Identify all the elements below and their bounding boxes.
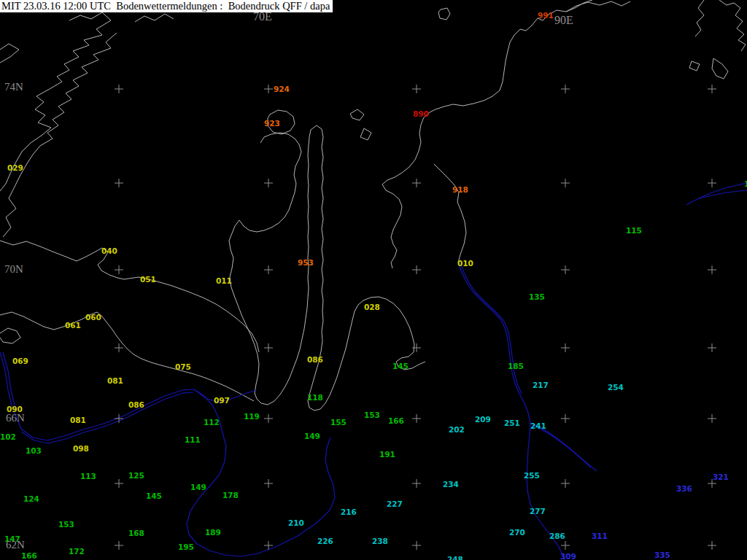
station-value: 135: [529, 293, 545, 301]
station-value: 081: [70, 416, 86, 424]
station-value: 991: [538, 12, 554, 20]
river-path: [0, 352, 335, 556]
station-value: 102: [0, 433, 16, 441]
station-value: 086: [307, 356, 323, 364]
station-value: 953: [298, 259, 314, 267]
station-value: 125: [128, 472, 144, 480]
river-path: [686, 183, 747, 205]
station-value: 277: [530, 508, 546, 516]
station-value: 155: [330, 419, 347, 427]
station-value: 248: [447, 556, 463, 560]
grid-crosses: [115, 85, 716, 550]
station-value: 119: [244, 413, 260, 421]
coastline-path: [438, 8, 450, 20]
coastline-path: [712, 58, 728, 79]
station-value: 202: [449, 426, 465, 434]
station-value: 209: [475, 416, 491, 424]
station-value: 086: [128, 401, 144, 409]
station-value: 145: [146, 492, 162, 500]
station-value: 217: [533, 381, 549, 389]
coastline-path: [695, 0, 704, 36]
station-value: 153: [58, 521, 74, 529]
station-value: 103: [26, 447, 42, 455]
station-value: 286: [549, 532, 565, 540]
station-value: 255: [524, 472, 540, 480]
station-value: 040: [101, 247, 117, 255]
coastline-path: [229, 130, 311, 405]
coastline-path: [3, 33, 117, 237]
geo-label-70e: 70E: [253, 11, 272, 22]
station-value: 111: [185, 436, 201, 444]
station-value: 081: [107, 377, 123, 385]
station-value: 051: [140, 276, 156, 284]
geo-label-74n: 74N: [4, 82, 23, 93]
river-path: [458, 262, 565, 560]
station-value: 335: [654, 551, 670, 559]
station-value: 113: [80, 472, 96, 481]
coastline-path: [0, 241, 259, 352]
station-value: 149: [304, 432, 320, 440]
station-value: 918: [452, 186, 468, 194]
station-value: 210: [288, 519, 304, 527]
station-value: 923: [264, 120, 280, 128]
coastline-path: [719, 0, 746, 51]
river-path: [21, 392, 193, 443]
station-value: 238: [372, 537, 388, 545]
coastline-path: [0, 328, 20, 343]
title-text: MIT 23.03.16 12:00 UTC Bodenwettermeldun…: [1, 0, 330, 12]
station-value: 336: [676, 485, 692, 493]
map-canvas: [0, 0, 747, 560]
station-value: 309: [560, 553, 576, 560]
station-value: 1: [744, 180, 747, 188]
station-value: 029: [7, 164, 23, 172]
station-value: 075: [175, 363, 191, 371]
station-value: 011: [216, 277, 232, 285]
station-value: 185: [508, 362, 524, 370]
station-value: 118: [307, 394, 323, 402]
station-value: 321: [713, 473, 729, 481]
station-value: 216: [341, 508, 357, 516]
station-value: 060: [85, 314, 101, 322]
station-value: 168: [128, 529, 144, 537]
coastline-path: [0, 312, 254, 401]
coastline-path: [350, 109, 364, 120]
station-value: 115: [626, 227, 642, 235]
geo-label-62n: 62N: [6, 540, 25, 551]
geo-label-66n: 66N: [6, 413, 25, 424]
station-value: 234: [443, 481, 459, 489]
station-value: 124: [23, 495, 39, 503]
station-value: 270: [509, 529, 525, 537]
river-path: [699, 190, 747, 198]
station-value: 097: [214, 397, 230, 405]
station-value: 098: [73, 445, 89, 453]
station-value: 145: [392, 362, 409, 370]
river-path: [533, 425, 591, 467]
station-value: 227: [387, 500, 403, 508]
station-value: 069: [12, 357, 28, 365]
weather-map-screen: 9918909249239189530290400510110600610690…: [0, 0, 747, 560]
station-value: 178: [222, 491, 239, 499]
station-value: 195: [178, 543, 194, 551]
coastline-path: [566, 1, 630, 12]
station-value: 254: [608, 384, 624, 392]
station-value: 191: [379, 451, 395, 459]
station-value: 153: [364, 411, 380, 419]
station-value: 890: [413, 110, 429, 118]
coastline-path: [434, 164, 466, 262]
coastline-path: [689, 61, 700, 71]
station-value: 112: [204, 419, 220, 427]
geo-label-90e: 90E: [554, 15, 573, 26]
station-value: 311: [592, 532, 608, 540]
coastline-path: [360, 128, 371, 140]
station-value: 166: [21, 552, 37, 560]
station-value: 924: [274, 85, 290, 93]
station-value: 241: [530, 422, 546, 430]
station-value: 061: [65, 322, 81, 330]
coastline-path: [135, 14, 174, 22]
station-value: 251: [504, 419, 520, 427]
coastline-path: [0, 44, 19, 63]
coastline-path: [382, 0, 592, 268]
title-bar: MIT 23.03.16 12:00 UTC Bodenwettermeldun…: [0, 0, 333, 12]
station-value: 166: [388, 417, 404, 425]
geo-label-70n: 70N: [4, 264, 23, 275]
